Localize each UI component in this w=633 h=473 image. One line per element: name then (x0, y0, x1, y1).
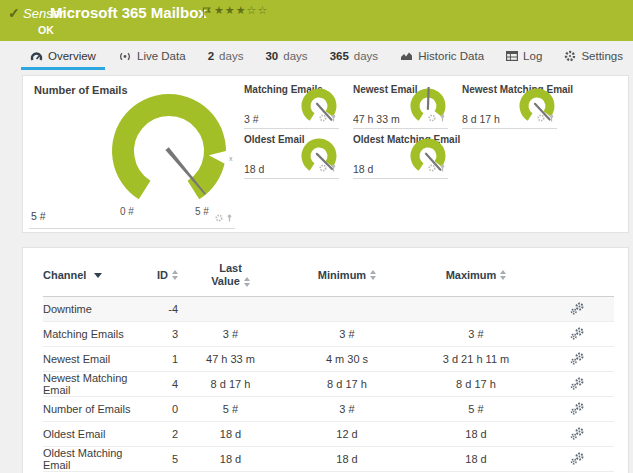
gear-icon[interactable] (428, 108, 436, 126)
pin-icon[interactable] (226, 208, 233, 226)
gauge-tile-oldest-matching-email[interactable]: Oldest Matching Email 18 d (353, 134, 448, 179)
pin-icon[interactable] (439, 158, 446, 176)
overview-gauges-panel: Number of Emails x 0 # 5 # 5 # Matching … (22, 75, 629, 233)
tab-30-days[interactable]: 30 days (265, 41, 307, 71)
cell-id: 2 (148, 422, 178, 447)
gear-icon[interactable] (537, 108, 545, 126)
cell-minimum: 3 # (283, 397, 411, 422)
priority-stars[interactable]: ★★★☆☆ (214, 4, 268, 17)
cell-maximum: 5 # (411, 397, 541, 422)
main-gauge-block[interactable]: Number of Emails x 0 # 5 # 5 # (29, 80, 235, 229)
table-row[interactable]: Oldest Email 2 18 d 12 d 18 d (43, 422, 614, 447)
flag-icon[interactable] (202, 4, 211, 22)
status-check-icon: ✓ (8, 5, 20, 21)
channel-settings-icon (570, 302, 585, 315)
area-chart-icon (400, 51, 413, 61)
gauge-tile-newest-email[interactable]: Newest Email 47 h 33 m (353, 84, 448, 129)
pin-icon[interactable] (330, 158, 337, 176)
main-gauge-value: 5 # (31, 210, 46, 222)
cell-last-value: 8 d 17 h (178, 372, 283, 397)
table-row[interactable]: Newest Email 1 47 h 33 m 4 m 30 s 3 d 21… (43, 347, 614, 372)
pin-icon[interactable] (548, 108, 555, 126)
tab-bar: Overview Live Data 2 days 30 days 365 da… (0, 41, 633, 71)
tab-live-data[interactable]: Live Data (118, 41, 186, 71)
pin-icon[interactable] (330, 108, 337, 126)
cell-id: 5 (148, 447, 178, 472)
table-row[interactable]: Oldest Matching Email 5 18 d 18 d 18 d (43, 447, 614, 472)
gauge-marker-label: x (229, 155, 233, 162)
cell-id: -4 (148, 297, 178, 322)
tab-label: Overview (48, 50, 96, 62)
column-header-last-value[interactable]: Last Value (178, 254, 283, 297)
gauge-min-label: 0 # (120, 206, 134, 217)
cell-maximum: 18 d (411, 422, 541, 447)
tile-value: 18 d (244, 163, 264, 175)
column-label: Maximum (446, 269, 497, 281)
cell-channel[interactable]: Oldest Matching Email (43, 447, 148, 472)
column-header-id[interactable]: ID (148, 254, 178, 297)
cell-channel[interactable]: Downtime (43, 297, 148, 322)
gauge-tile-newest-matching-email[interactable]: Newest Matching Email 8 d 17 h (462, 84, 557, 129)
cell-last-value: 3 # (178, 322, 283, 347)
cell-edit[interactable] (541, 347, 614, 372)
gauge-tile-matching-emails[interactable]: Matching Emails 3 # (244, 84, 339, 129)
column-label: Value (211, 275, 240, 288)
gear-icon[interactable] (319, 158, 327, 176)
tab-label: Historic Data (418, 50, 484, 62)
cell-edit[interactable] (541, 397, 614, 422)
cell-minimum: 18 d (283, 447, 411, 472)
table-row[interactable]: Newest Matching Email 4 8 d 17 h 8 d 17 … (43, 372, 614, 397)
column-header-minimum[interactable]: Minimum (283, 254, 411, 297)
gear-icon[interactable] (319, 108, 327, 126)
tile-value: 18 d (353, 163, 373, 175)
tab-historic-data[interactable]: Historic Data (400, 41, 484, 71)
gear-icon[interactable] (428, 158, 436, 176)
cell-minimum: 3 # (283, 322, 411, 347)
cell-last-value (178, 297, 283, 322)
tab-label-number: 365 (330, 50, 349, 62)
table-row[interactable]: Downtime -4 (43, 297, 614, 322)
sort-icon (370, 270, 376, 280)
table-header-row: Channel ID Last Value Minimum Maximum (43, 254, 614, 297)
column-header-channel[interactable]: Channel (43, 254, 148, 297)
column-header-maximum[interactable]: Maximum (411, 254, 541, 297)
gear-icon[interactable] (215, 208, 223, 226)
table-row[interactable]: Number of Emails 0 5 # 3 # 5 # (43, 397, 614, 422)
column-label: ID (157, 269, 168, 281)
table-row[interactable]: Matching Emails 3 3 # 3 # 3 # (43, 322, 614, 347)
cell-edit[interactable] (541, 447, 614, 472)
channel-settings-icon (570, 352, 585, 365)
tab-log[interactable]: Log (506, 41, 542, 71)
cell-edit[interactable] (541, 372, 614, 397)
column-label: Channel (43, 269, 86, 281)
column-label: Minimum (318, 269, 366, 281)
cell-minimum: 4 m 30 s (283, 347, 411, 372)
status-badge: OK (38, 24, 54, 36)
tab-label: days (354, 50, 378, 62)
tab-label-number: 2 (208, 50, 214, 62)
tab-label: Log (523, 50, 542, 62)
cell-minimum: 8 d 17 h (283, 372, 411, 397)
cell-channel[interactable]: Number of Emails (43, 397, 148, 422)
cell-channel[interactable]: Newest Matching Email (43, 372, 148, 397)
pin-icon[interactable] (439, 108, 446, 126)
cell-channel[interactable]: Oldest Email (43, 422, 148, 447)
cell-channel[interactable]: Newest Email (43, 347, 148, 372)
cell-channel[interactable]: Matching Emails (43, 322, 148, 347)
cell-id: 3 (148, 322, 178, 347)
tab-2-days[interactable]: 2 days (208, 41, 244, 71)
tile-value: 8 d 17 h (462, 113, 500, 125)
tab-label: Settings (581, 50, 623, 62)
cell-edit[interactable] (541, 322, 614, 347)
channel-table: Channel ID Last Value Minimum Maximum (43, 254, 614, 472)
cell-id: 1 (148, 347, 178, 372)
sort-icon (500, 270, 506, 280)
tab-365-days[interactable]: 365 days (330, 41, 378, 71)
cell-last-value: 18 d (178, 447, 283, 472)
cell-edit[interactable] (541, 422, 614, 447)
column-label: Last (219, 262, 242, 275)
cell-edit[interactable] (541, 297, 614, 322)
tab-settings[interactable]: Settings (564, 41, 623, 71)
tab-overview[interactable]: Overview (30, 41, 96, 71)
gauge-tile-oldest-email[interactable]: Oldest Email 18 d (244, 134, 339, 179)
